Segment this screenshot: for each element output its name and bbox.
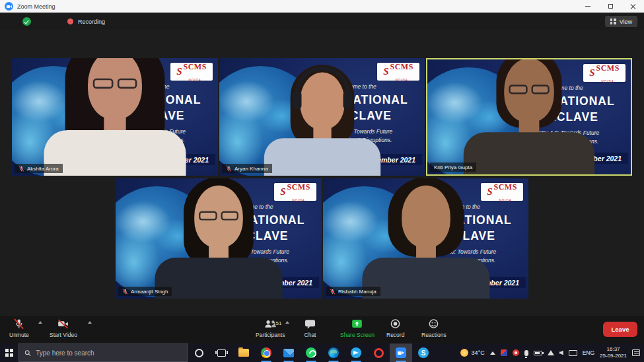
clock-time: 16:37 [600,346,627,353]
participant-video [256,65,388,176]
video-tile-armaanjit-singh[interactable]: S SCMSNOIDA Welcome to the INTERNATIONAL… [116,178,322,299]
muted-mic-icon [18,166,24,172]
skype-button[interactable]: S [412,344,435,362]
taskbar-search[interactable] [18,344,188,362]
weather-icon [460,349,468,357]
leave-button[interactable]: Leave [603,322,637,337]
participants-label: Participants [256,332,285,338]
video-tile-akshita-arora[interactable]: S SCMSNOIDA Welcome to the INTERNATIONAL… [12,58,218,176]
name-tag: Rishabh Manuja [326,287,380,296]
zoom-taskbar-icon [396,347,406,358]
recording-indicator: Recording [67,18,105,25]
reactions-label: Reactions [421,332,447,338]
video-options-chevron-icon[interactable] [88,321,92,324]
start-button[interactable] [0,344,18,362]
grid-view-icon [610,18,616,24]
file-explorer-button[interactable] [233,344,255,362]
participant-name: Kriti Priya Gupta [434,164,472,170]
task-view-icon [217,349,226,357]
participants-button[interactable]: 151 Participants [256,318,285,338]
name-tag: Kriti Priya Gupta [430,163,476,172]
close-button[interactable] [622,0,644,13]
language-indicator[interactable]: ENG [583,349,594,356]
share-screen-icon [351,318,363,330]
clock-date: 25-09-2021 [600,353,627,359]
search-input[interactable] [36,349,182,357]
glasses-icon [199,211,238,221]
muted-mic-icon [226,166,232,172]
reactions-button[interactable]: Reactions [421,318,447,338]
participant-name: Akshita Arora [27,166,59,172]
weather-widget[interactable]: 34°C [460,349,485,357]
window-title: Zoom Meeting [17,3,55,10]
video-slash-icon [57,318,69,330]
name-tag: Aryan Khanna [222,164,272,173]
tray-red-app-icon[interactable] [513,349,519,356]
view-button[interactable]: View [605,16,637,27]
tray-app-icon[interactable] [501,349,507,356]
taskbar-clock[interactable]: 16:37 25-09-2021 [600,346,627,359]
network-icon[interactable] [548,350,554,355]
mail-button[interactable] [277,344,300,362]
start-video-button[interactable]: Start Video [50,318,77,338]
telegram-button[interactable] [345,344,367,362]
file-explorer-icon [238,349,249,357]
touch-keyboard-icon[interactable] [569,350,577,356]
unmute-button[interactable]: Unmute [9,318,29,338]
torso [264,138,380,176]
chat-button[interactable]: Chat [304,318,316,338]
glasses-icon [93,79,137,89]
torso [362,258,489,299]
mic-options-chevron-icon[interactable] [38,321,42,324]
whatsapp-button[interactable] [300,344,322,362]
cortana-button[interactable] [188,344,210,362]
windows-taskbar: S 34°C ENG 16:37 25-09-2021 [0,344,644,362]
torso [155,258,282,299]
video-tile-kriti-priya-gupta[interactable]: S SCMSNOIDA Welcome to the INTERNATIONAL… [426,58,632,176]
minimize-button[interactable] [577,0,599,13]
shield-check-icon[interactable] [22,17,31,26]
video-tile-aryan-khanna[interactable]: S SCMSNOIDA Welcome to the INTERNATIONAL… [219,58,425,176]
tray-chevron-icon[interactable] [490,351,495,355]
face [402,186,450,248]
mic-tray-icon[interactable] [524,350,528,356]
record-label: Record [386,332,404,338]
maximize-icon [608,4,613,9]
zoom-taskbar-button[interactable] [390,344,412,362]
record-icon [389,318,402,330]
participants-chevron-icon[interactable] [285,321,289,324]
volume-icon[interactable] [559,351,563,355]
share-screen-button[interactable]: Share Screen [340,318,375,338]
skype-icon: S [418,347,429,358]
participant-name: Aryan Khanna [234,166,268,172]
chrome-button[interactable] [255,344,277,362]
record-button[interactable]: Record [386,318,404,338]
torso [464,132,594,174]
windows-start-icon [5,349,13,357]
participant-name: Rishabh Manuja [338,289,376,295]
whatsapp-icon [306,347,316,358]
unmute-label: Unmute [9,332,29,338]
start-video-label: Start Video [50,332,77,338]
edge-button[interactable] [322,344,345,362]
view-label: View [620,18,632,25]
zoom-toolbar: Unmute Start Video 151 Participants Chat… [0,316,644,344]
reactions-icon [427,318,440,330]
video-tile-rishabh-manuja[interactable]: S SCMSNOIDA Welcome to the INTERNATIONAL… [323,178,528,299]
task-view-button[interactable] [210,344,233,362]
chrome-icon [261,347,271,358]
cortana-icon [195,349,203,357]
chat-label: Chat [304,332,316,338]
zoom-app-icon [5,2,13,11]
opera-button[interactable] [367,344,390,362]
maximize-button[interactable] [599,0,622,13]
chat-icon [304,318,316,330]
zoom-meeting-window: Zoom Meeting Recording View S SCMSNOIDA [0,0,644,362]
torso [44,130,186,176]
recording-label: Recording [78,18,105,25]
muted-mic-icon [122,289,128,295]
participant-video [353,178,498,299]
battery-icon[interactable] [534,351,542,355]
weather-temp: 34°C [472,349,485,356]
action-center-button[interactable] [632,349,640,356]
